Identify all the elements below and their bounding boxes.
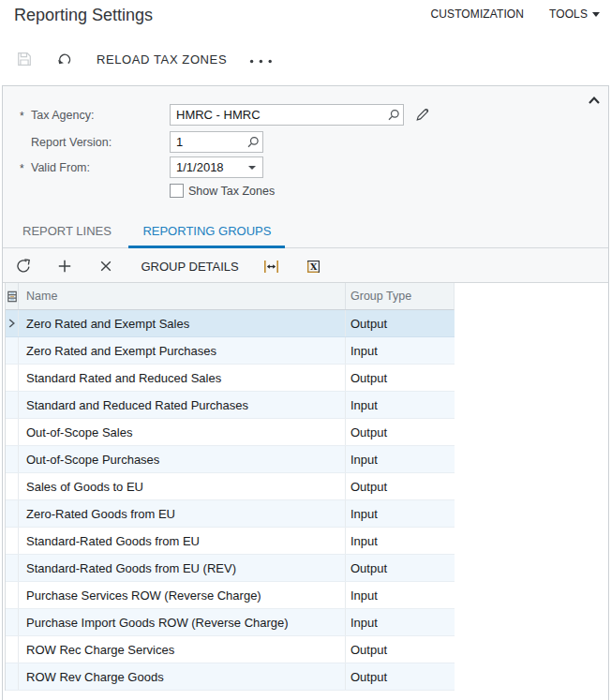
- row-name-cell[interactable]: ROW Rec Charge Services: [19, 636, 346, 663]
- column-header-name[interactable]: Name: [19, 283, 346, 309]
- row-group-type-cell[interactable]: Output: [346, 310, 455, 336]
- report-version-row: Report Version: 1: [3, 131, 263, 153]
- row-group-type-cell[interactable]: Output: [346, 419, 455, 445]
- row-name-cell[interactable]: Zero Rated and Exempt Sales: [19, 310, 346, 336]
- tax-agency-lookup-button[interactable]: [388, 109, 400, 121]
- row-name-cell[interactable]: Zero Rated and Exempt Purchases: [19, 337, 346, 364]
- grid-header-row: Name Group Type: [6, 283, 455, 310]
- refresh-button[interactable]: [14, 257, 33, 276]
- row-name-cell[interactable]: Out-of-Scope Sales: [19, 419, 346, 445]
- grid-row[interactable]: Sales of Goods to EU Output: [6, 473, 455, 500]
- fit-width-button[interactable]: [262, 257, 281, 276]
- valid-from-dropdown-button[interactable]: [247, 165, 257, 171]
- row-group-type-cell[interactable]: Output: [346, 473, 455, 499]
- tab-reporting-groups[interactable]: REPORTING GROUPS: [128, 216, 285, 247]
- report-version-value: 1: [176, 135, 183, 149]
- page-title: Reporting Settings: [14, 6, 153, 25]
- tax-agency-input[interactable]: HMRC - HMRC: [170, 104, 404, 126]
- tax-agency-label-text: Tax Agency:: [31, 109, 94, 122]
- valid-from-row: * Valid From: 1/1/2018: [3, 156, 263, 178]
- tax-agency-edit-button[interactable]: [414, 107, 430, 123]
- report-version-lookup-button[interactable]: [247, 136, 260, 148]
- row-group-type-cell[interactable]: Output: [346, 663, 455, 690]
- required-asterisk: *: [20, 110, 24, 123]
- caret-down-icon: [248, 166, 256, 170]
- row-selector-cell: [6, 365, 19, 391]
- show-tax-zones-row: Show Tax Zones: [3, 184, 275, 198]
- chevron-up-icon: [588, 95, 601, 106]
- reporting-settings-panel: * Tax Agency: HMRC - HMRC: [2, 85, 609, 700]
- save-button[interactable]: [16, 52, 32, 67]
- row-group-type-cell[interactable]: Output: [346, 365, 455, 391]
- row-name-cell[interactable]: Out-of-Scope Purchases: [19, 446, 346, 472]
- grid-row[interactable]: Standard and Reduced Rated Purchases Inp…: [6, 392, 455, 419]
- grid-row[interactable]: Out-of-Scope Purchases Input: [6, 446, 455, 473]
- grid-row[interactable]: Standard-Rated Goods from EU (REV) Outpu…: [6, 555, 455, 582]
- ellipsis-icon: [249, 59, 273, 64]
- grid-row[interactable]: Out-of-Scope Sales Output: [6, 419, 455, 446]
- row-name-cell[interactable]: Standard Rated and Reduced Sales: [19, 365, 346, 391]
- row-group-type-cell[interactable]: Input: [346, 337, 455, 364]
- undo-button[interactable]: [57, 52, 73, 67]
- grid-row[interactable]: Zero Rated and Exempt Purchases Input: [6, 337, 455, 365]
- refresh-icon: [16, 259, 31, 274]
- tax-agency-label: * Tax Agency:: [3, 109, 153, 122]
- row-group-type-cell[interactable]: Input: [346, 609, 455, 635]
- row-group-type-cell[interactable]: Input: [346, 528, 455, 554]
- row-name-cell[interactable]: ROW Rev Charge Goods: [19, 663, 346, 690]
- row-selector-cell: [6, 636, 19, 663]
- add-row-button[interactable]: [55, 257, 74, 276]
- row-selector-cell: [6, 392, 19, 418]
- row-name-cell[interactable]: Purchase Services ROW (Reverse Charge): [19, 582, 346, 608]
- valid-from-label: * Valid From:: [3, 161, 153, 174]
- row-group-type-cell[interactable]: Input: [346, 582, 455, 608]
- delete-row-button[interactable]: [97, 257, 115, 276]
- toolbar-more-button[interactable]: [249, 51, 273, 67]
- row-selector-cell: [6, 609, 19, 635]
- tools-caret-icon: [592, 12, 600, 17]
- row-selector-cell: [6, 310, 19, 336]
- grid-row[interactable]: ROW Rev Charge Goods Output: [6, 663, 455, 691]
- report-version-input-wrap: 1: [170, 131, 263, 153]
- selected-row-chevron-icon: [8, 319, 15, 328]
- tools-button[interactable]: TOOLS: [549, 7, 600, 21]
- grid-row[interactable]: Zero-Rated Goods from EU Input: [6, 500, 455, 528]
- grid-row[interactable]: Zero Rated and Exempt Sales Output: [6, 310, 455, 337]
- row-name-cell[interactable]: Purchase Import Goods ROW (Reverse Charg…: [19, 609, 346, 635]
- show-tax-zones-checkbox[interactable]: [170, 184, 184, 198]
- row-name-cell[interactable]: Standard-Rated Goods from EU (REV): [19, 555, 346, 581]
- column-header-group-type[interactable]: Group Type: [346, 283, 455, 309]
- group-details-button[interactable]: GROUP DETAILS: [142, 260, 239, 274]
- export-excel-button[interactable]: X: [304, 257, 322, 276]
- row-group-type-cell[interactable]: Input: [346, 446, 455, 472]
- row-name-cell[interactable]: Standard and Reduced Rated Purchases: [19, 392, 346, 418]
- row-group-type-cell[interactable]: Output: [346, 555, 455, 581]
- grid-row[interactable]: Standard Rated and Reduced Sales Output: [6, 365, 455, 392]
- grid-table: Name Group Type Zero Rated and Exempt Sa…: [5, 283, 455, 691]
- row-name-cell[interactable]: Zero-Rated Goods from EU: [19, 500, 346, 527]
- reload-tax-zones-button[interactable]: RELOAD TAX ZONES: [97, 52, 227, 67]
- row-name-cell[interactable]: Sales of Goods to EU: [19, 473, 346, 499]
- row-selector-header[interactable]: [6, 283, 19, 309]
- magnifier-icon: [247, 136, 260, 148]
- grid-row[interactable]: Purchase Services ROW (Reverse Charge) I…: [6, 582, 455, 609]
- grid-row[interactable]: ROW Rec Charge Services Output: [6, 636, 455, 663]
- page-header: Reporting Settings CUSTOMIZATION TOOLS: [0, 0, 611, 37]
- row-group-type-cell[interactable]: Input: [346, 392, 455, 418]
- required-asterisk: *: [20, 162, 24, 175]
- reporting-groups-grid: Name Group Type Zero Rated and Exempt Sa…: [3, 283, 608, 700]
- customization-button[interactable]: CUSTOMIZATION: [431, 7, 525, 21]
- pencil-icon: [414, 107, 430, 123]
- grid-row[interactable]: Standard-Rated Goods from EU Input: [6, 528, 455, 555]
- row-name-cell[interactable]: Standard-Rated Goods from EU: [19, 528, 346, 554]
- form-area: * Tax Agency: HMRC - HMRC: [3, 86, 608, 216]
- row-selector-cell: [6, 500, 19, 527]
- row-group-type-cell[interactable]: Input: [346, 500, 455, 527]
- tab-report-lines[interactable]: REPORT LINES: [8, 216, 126, 247]
- collapse-panel-button[interactable]: [588, 93, 601, 104]
- save-icon: [17, 52, 32, 67]
- grid-body: Zero Rated and Exempt Sales Output Zero …: [6, 310, 455, 691]
- grid-row[interactable]: Purchase Import Goods ROW (Reverse Charg…: [6, 609, 455, 636]
- tax-agency-row: * Tax Agency: HMRC - HMRC: [3, 104, 404, 126]
- row-group-type-cell[interactable]: Output: [346, 636, 455, 663]
